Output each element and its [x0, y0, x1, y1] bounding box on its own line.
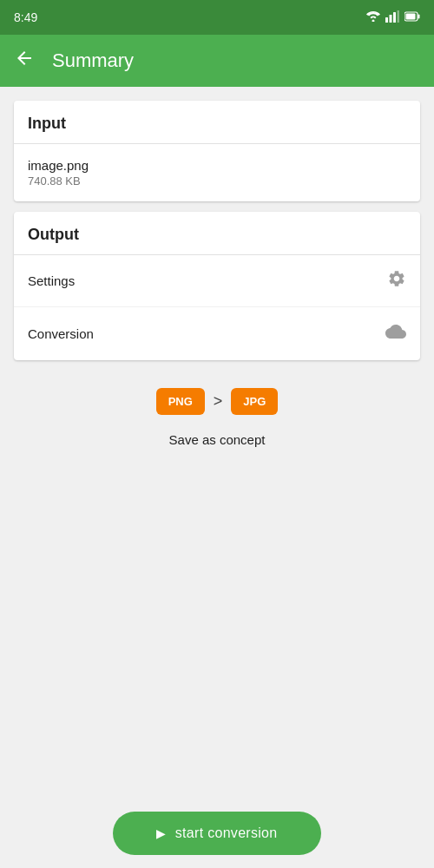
save-concept-text: Save as concept: [169, 432, 266, 447]
back-button[interactable]: [14, 48, 35, 74]
app-bar: Summary: [0, 35, 434, 87]
input-card: Input image.png 740.88 KB: [14, 101, 420, 201]
conversion-arrow: >: [214, 392, 223, 411]
input-card-header: Input: [14, 101, 420, 144]
input-file-name: image.png: [28, 158, 89, 173]
gear-icon: [387, 269, 406, 293]
settings-label: Settings: [28, 273, 75, 288]
page-title: Summary: [52, 49, 134, 72]
svg-rect-3: [398, 10, 400, 23]
status-bar: 8:49: [0, 0, 434, 35]
svg-rect-6: [418, 15, 420, 19]
input-file-info: image.png 740.88 KB: [28, 158, 89, 187]
to-format-badge: JPG: [231, 388, 278, 415]
start-conversion-button[interactable]: ▶ start conversion: [113, 812, 320, 855]
settings-row[interactable]: Settings: [14, 255, 420, 307]
svg-rect-1: [390, 15, 392, 23]
battery-icon: [404, 10, 420, 24]
start-button-label: start conversion: [175, 825, 278, 841]
output-card: Output Settings Conversion: [14, 212, 420, 360]
status-icons: [366, 10, 420, 25]
input-card-title: Input: [28, 115, 66, 132]
wifi-icon: [366, 10, 380, 24]
save-concept-section[interactable]: Save as concept: [14, 424, 420, 465]
status-time: 8:49: [14, 10, 37, 24]
svg-rect-0: [385, 17, 388, 23]
svg-rect-2: [393, 12, 396, 23]
output-card-title: Output: [28, 226, 79, 243]
conversion-label: Conversion: [28, 326, 94, 341]
content-area: Input image.png 740.88 KB Output Setting…: [0, 87, 434, 799]
input-file-size: 740.88 KB: [28, 174, 89, 187]
play-icon: ▶: [156, 826, 166, 840]
output-card-header: Output: [14, 212, 420, 255]
conversion-display: PNG > JPG: [14, 371, 420, 424]
conversion-row[interactable]: Conversion: [14, 307, 420, 360]
from-format-badge: PNG: [156, 388, 205, 415]
svg-rect-5: [406, 14, 416, 20]
input-file-row: image.png 740.88 KB: [14, 144, 420, 201]
cloud-icon: [385, 321, 406, 346]
bottom-bar: ▶ start conversion: [0, 799, 434, 868]
signal-icon: [385, 10, 399, 25]
